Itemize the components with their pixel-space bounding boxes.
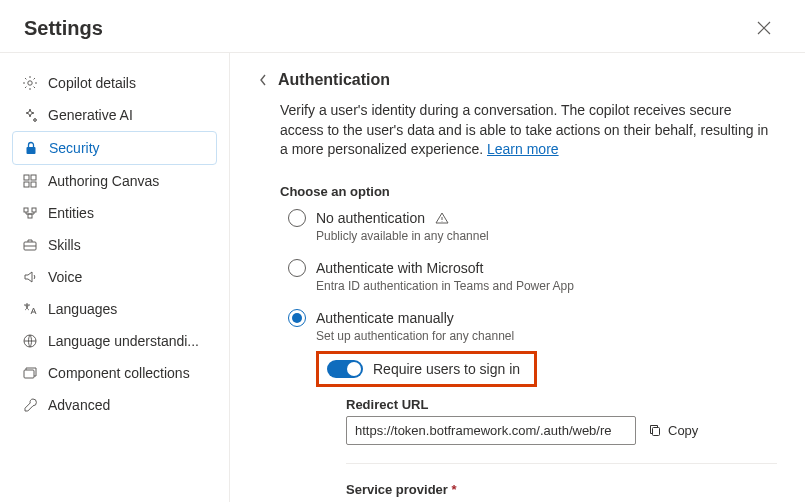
close-button[interactable] <box>757 16 781 40</box>
back-button[interactable] <box>258 73 268 87</box>
dialog-header: Settings <box>0 0 805 52</box>
sidebar-item-authoring-canvas[interactable]: Authoring Canvas <box>12 165 217 197</box>
svg-rect-4 <box>24 182 29 187</box>
sidebar-item-skills[interactable]: Skills <box>12 229 217 261</box>
divider <box>346 463 777 464</box>
sidebar-item-label: Voice <box>48 269 82 285</box>
sidebar-item-label: Security <box>49 140 100 156</box>
sidebar-item-label: Language understandi... <box>48 333 199 349</box>
option-sublabel: Set up authentication for any channel <box>316 329 777 343</box>
svg-rect-7 <box>32 208 36 212</box>
close-icon <box>757 21 771 35</box>
sidebar-item-label: Advanced <box>48 397 110 413</box>
copy-button[interactable]: Copy <box>648 423 698 438</box>
option-authenticate-microsoft[interactable]: Authenticate with Microsoft Entra ID aut… <box>288 259 777 293</box>
option-label: No authentication <box>316 210 425 226</box>
option-sublabel: Publicly available in any channel <box>316 229 777 243</box>
sidebar-item-label: Authoring Canvas <box>48 173 159 189</box>
grid-icon <box>22 173 38 189</box>
option-label: Authenticate with Microsoft <box>316 260 483 276</box>
sidebar-item-label: Skills <box>48 237 81 253</box>
sidebar-item-label: Generative AI <box>48 107 133 123</box>
svg-point-0 <box>28 81 32 85</box>
require-signin-highlight: Require users to sign in <box>316 351 537 387</box>
chevron-left-icon <box>258 73 268 87</box>
globe-icon <box>22 333 38 349</box>
option-label: Authenticate manually <box>316 310 454 326</box>
languages-icon <box>22 301 38 317</box>
radio-icon[interactable] <box>288 309 306 327</box>
settings-sidebar: Copilot details Generative AI Security A… <box>0 53 230 502</box>
collections-icon <box>22 365 38 381</box>
page-description: Verify a user's identity during a conver… <box>280 101 777 160</box>
svg-rect-8 <box>28 214 32 218</box>
sidebar-item-languages[interactable]: Languages <box>12 293 217 325</box>
gear-icon <box>22 75 38 91</box>
radio-icon[interactable] <box>288 209 306 227</box>
sidebar-item-label: Languages <box>48 301 117 317</box>
sidebar-item-label: Copilot details <box>48 75 136 91</box>
sparkle-icon <box>22 107 38 123</box>
page-title: Authentication <box>278 71 390 89</box>
warning-icon <box>435 211 449 225</box>
entities-icon <box>22 205 38 221</box>
radio-icon[interactable] <box>288 259 306 277</box>
dialog-title: Settings <box>24 17 103 40</box>
option-sublabel: Entra ID authentication in Teams and Pow… <box>316 279 777 293</box>
svg-rect-3 <box>31 175 36 180</box>
sidebar-item-security[interactable]: Security <box>12 131 217 165</box>
learn-more-link[interactable]: Learn more <box>487 141 559 157</box>
sidebar-item-generative-ai[interactable]: Generative AI <box>12 99 217 131</box>
svg-rect-12 <box>653 428 660 436</box>
svg-rect-11 <box>24 370 34 378</box>
require-signin-toggle[interactable] <box>327 360 363 378</box>
sidebar-item-label: Entities <box>48 205 94 221</box>
sidebar-item-voice[interactable]: Voice <box>12 261 217 293</box>
main-panel: Authentication Verify a user's identity … <box>230 53 805 502</box>
voice-icon <box>22 269 38 285</box>
svg-rect-1 <box>27 147 36 154</box>
svg-rect-6 <box>24 208 28 212</box>
wrench-icon <box>22 397 38 413</box>
choose-option-label: Choose an option <box>280 184 777 199</box>
sidebar-item-advanced[interactable]: Advanced <box>12 389 217 421</box>
require-signin-label: Require users to sign in <box>373 361 520 377</box>
svg-rect-5 <box>31 182 36 187</box>
redirect-url-label: Redirect URL <box>346 397 777 412</box>
sidebar-item-component-collections[interactable]: Component collections <box>12 357 217 389</box>
redirect-url-input[interactable] <box>346 416 636 445</box>
option-authenticate-manually[interactable]: Authenticate manually Set up authenticat… <box>288 309 777 497</box>
sidebar-item-copilot-details[interactable]: Copilot details <box>12 67 217 99</box>
sidebar-item-label: Component collections <box>48 365 190 381</box>
sidebar-item-entities[interactable]: Entities <box>12 197 217 229</box>
svg-rect-2 <box>24 175 29 180</box>
option-no-authentication[interactable]: No authentication Publicly available in … <box>288 209 777 243</box>
lock-icon <box>23 140 39 156</box>
service-provider-label: Service provider * <box>346 482 777 497</box>
sidebar-item-language-understanding[interactable]: Language understandi... <box>12 325 217 357</box>
briefcase-icon <box>22 237 38 253</box>
copy-icon <box>648 423 662 437</box>
